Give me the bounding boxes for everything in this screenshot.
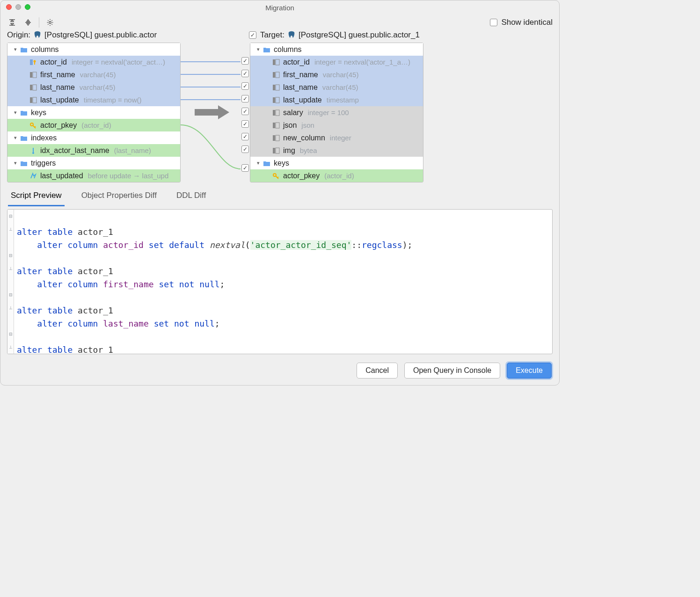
folder-icon (262, 45, 271, 54)
row-checkbox[interactable] (241, 95, 249, 102)
item-name: first_name (40, 71, 75, 79)
key-item[interactable]: actor_pkey (actor_id) (7, 119, 180, 131)
column-item[interactable]: new_columninteger (250, 131, 423, 144)
column-icon (29, 83, 37, 92)
show-identical-toggle[interactable]: Show identical (490, 18, 553, 27)
dialog-buttons: Cancel Open Query in Console Execute (0, 359, 559, 385)
svg-rect-25 (273, 97, 275, 103)
group-label: triggers (31, 159, 56, 167)
svg-rect-30 (276, 123, 279, 128)
column-item[interactable]: last_namevarchar(45) (250, 81, 423, 94)
checkbox-icon[interactable] (249, 31, 256, 39)
fold-end-icon: ⊥ (8, 266, 14, 271)
column-icon (272, 121, 280, 130)
row-checkbox[interactable] (241, 120, 249, 128)
item-detail: integer = nextval('actor_1_a…) (314, 58, 410, 66)
panel-headers: Origin: [PostgreSQL] guest.public.actor … (0, 30, 559, 43)
diff-connectors (181, 43, 250, 178)
collapse-all-button[interactable] (7, 17, 17, 28)
item-name: idx_actor_last_name (40, 146, 109, 155)
fold-icon[interactable]: ⊟ (8, 292, 14, 298)
svg-rect-3 (34, 62, 35, 65)
svg-rect-17 (195, 109, 218, 116)
diff-trees: ▾ columns actor_id integer = nextval('ac… (0, 43, 559, 182)
column-item[interactable]: jsonjson (250, 119, 423, 131)
key-icon (272, 172, 280, 180)
cancel-button[interactable]: Cancel (357, 363, 398, 379)
fold-end-icon: ⊥ (8, 344, 14, 350)
column-item[interactable]: actor_id integer = nextval('actor_act…) (7, 56, 180, 68)
fold-icon[interactable]: ⊟ (8, 213, 14, 219)
item-name: last_updated (40, 172, 83, 180)
row-checkbox[interactable] (241, 57, 249, 65)
item-detail: varchar(45) (323, 71, 359, 79)
item-detail: varchar(45) (80, 71, 116, 79)
svg-rect-7 (33, 85, 36, 90)
column-item[interactable]: salaryinteger = 100 (250, 106, 423, 119)
fold-icon[interactable]: ⊟ (8, 331, 14, 337)
svg-rect-4 (30, 72, 32, 78)
column-icon (272, 96, 280, 104)
open-query-console-button[interactable]: Open Query in Console (404, 363, 500, 379)
item-name: actor_pkey (283, 172, 320, 180)
fold-end-icon: ⊥ (8, 305, 14, 311)
column-item[interactable]: imgbytea (250, 144, 423, 157)
item-name: json (283, 121, 297, 130)
folder-icon (20, 45, 28, 54)
svg-point-2 (34, 60, 36, 62)
column-pk-icon (29, 58, 37, 66)
svg-rect-31 (273, 135, 275, 141)
minimize-icon[interactable] (15, 4, 21, 10)
svg-rect-9 (33, 97, 36, 103)
group-label: columns (274, 45, 302, 54)
origin-tree[interactable]: ▾ columns actor_id integer = nextval('ac… (7, 43, 181, 182)
trigger-icon (29, 172, 37, 180)
item-name: actor_id (283, 58, 310, 66)
script-preview-editor[interactable]: ⊟ ⊥ ⊟ ⊥ ⊟ ⊥ ⊟ ⊥ alter table actor_1 alte… (7, 209, 553, 354)
target-tree[interactable]: ▾ columns actor_idinteger = nextval('act… (250, 43, 423, 182)
tree-group-columns[interactable]: ▾ columns (250, 43, 423, 56)
close-icon[interactable] (6, 4, 12, 10)
index-item[interactable]: idx_actor_last_name (last_name) (7, 144, 180, 157)
svg-rect-34 (276, 148, 279, 153)
column-item[interactable]: last_update timestamp = now() (7, 94, 180, 106)
column-item[interactable]: actor_idinteger = nextval('actor_1_a…) (250, 56, 423, 68)
svg-point-12 (32, 152, 34, 154)
row-checkbox[interactable] (241, 82, 249, 90)
postgres-icon (33, 31, 42, 39)
trigger-item[interactable]: last_updated before update → last_upd (7, 169, 180, 182)
tab-script-preview[interactable]: Script Preview (8, 189, 65, 206)
tree-group-triggers[interactable]: ▾ triggers (7, 157, 180, 169)
fold-icon[interactable]: ⊟ (8, 253, 14, 258)
target-master-check (187, 31, 256, 39)
row-checkbox[interactable] (241, 133, 249, 140)
toolbar-divider (39, 17, 39, 28)
tree-group-indexes[interactable]: ▾ indexes (7, 131, 180, 144)
tab-object-properties-diff[interactable]: Object Properties Diff (79, 189, 160, 206)
column-item[interactable]: first_name varchar(45) (7, 68, 180, 81)
maximize-icon[interactable] (25, 4, 30, 10)
item-detail: varchar(45) (322, 83, 358, 91)
toolbar: Show identical (0, 15, 559, 30)
tree-group-columns[interactable]: ▾ columns (7, 43, 180, 56)
execute-button[interactable]: Execute (507, 363, 552, 379)
column-icon (29, 71, 37, 79)
row-checkbox[interactable] (241, 164, 249, 172)
row-checkbox[interactable] (241, 146, 249, 153)
row-checkbox[interactable] (241, 108, 249, 115)
svg-marker-18 (218, 105, 229, 119)
key-item[interactable]: actor_pkey(actor_id) (250, 169, 423, 182)
item-name: last_update (40, 96, 79, 104)
column-item[interactable]: last_name varchar(45) (7, 81, 180, 94)
settings-button[interactable] (45, 17, 55, 28)
tree-group-keys[interactable]: ▾ keys (7, 106, 180, 119)
target-header: Target: [PostgreSQL] guest.public.actor_… (256, 30, 437, 40)
expand-all-button[interactable] (23, 17, 33, 28)
column-item[interactable]: last_updatetimestamp (250, 94, 423, 106)
origin-db: [PostgreSQL] guest.public.actor (44, 30, 157, 40)
column-item[interactable]: first_namevarchar(45) (250, 68, 423, 81)
tree-group-keys[interactable]: ▾ keys (250, 157, 423, 169)
row-checkbox[interactable] (241, 70, 249, 77)
item-detail: (last_name) (114, 146, 151, 154)
tab-ddl-diff[interactable]: DDL Diff (174, 189, 209, 206)
